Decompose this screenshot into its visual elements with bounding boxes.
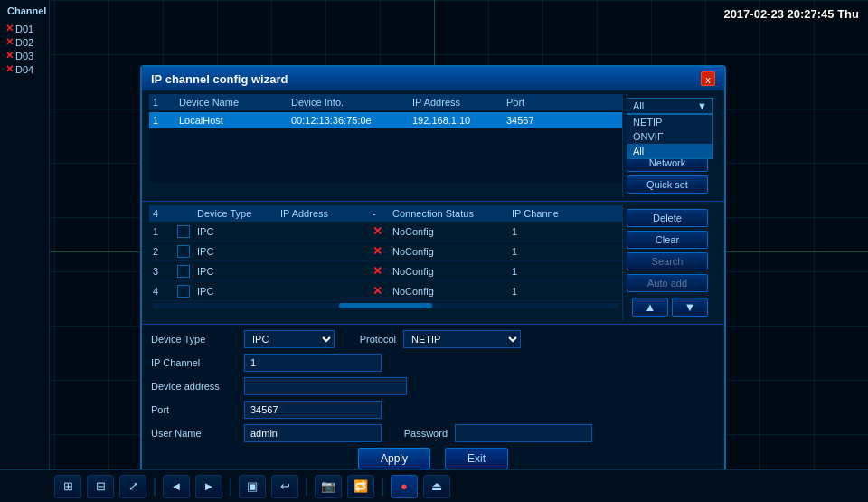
ch-status-1: NoConfig [392,226,510,237]
ch-row-num-3: 3 [153,266,175,277]
taskbar-separator-3 [306,478,307,496]
form-row-type-protocol: Device Type IPC Protocol NETIP [151,330,715,348]
delete-button[interactable]: Delete [627,209,708,227]
channel-label-d01: D01 [15,24,33,34]
ch-channel-4: 1 [512,286,584,297]
device-address-input[interactable] [244,377,407,395]
device-ip: 192.168.1.10 [412,115,503,126]
dialog-title-bar: IP channel config wizard x [142,67,724,90]
sidebar-item-d01: ✕ D01 [4,22,45,35]
sidebar: Channel ✕ D01 ✕ D02 ✕ D03 ✕ D04 [0,0,50,502]
col-device-info: Device Info. [291,97,409,108]
device-type-select[interactable]: IPC [244,330,335,348]
sidebar-item-d02: ✕ D02 [4,35,45,49]
filter-option-netip[interactable]: NETIP [627,115,712,129]
channel-row-2[interactable]: 2 IPC ✕ NoConfig 1 [149,242,622,261]
taskbar-btn-back[interactable]: ◄ [163,475,190,498]
filter-current: All [633,100,644,111]
filter-dropdown-menu: NETIP ONVIF All [627,114,713,159]
device-num: 1 [153,115,175,126]
ch-row-num-4: 4 [153,286,175,297]
port-input[interactable] [244,401,382,419]
taskbar-btn-record[interactable]: ● [391,475,418,498]
ch-checkbox-3[interactable] [177,265,190,278]
col-extra [564,97,618,108]
password-input[interactable] [455,424,592,442]
dialog-title: IP channel config wizard [151,72,288,86]
channel-x-d01: ✕ [5,23,14,34]
ch-channel-1: 1 [512,226,584,237]
ch-status-2: NoConfig [392,246,510,257]
ch-row-num-2: 2 [153,246,175,257]
filter-option-onvif[interactable]: ONVIF [627,129,712,144]
sidebar-item-d04: ✕ D04 [4,62,45,76]
taskbar-btn-playback[interactable]: ↩ [271,475,298,498]
channel-x-d02: ✕ [5,36,14,48]
password-label: Password [389,428,448,439]
scroll-down-button[interactable]: ▼ [672,298,708,317]
sidebar-item-d03: ✕ D03 [4,49,45,62]
scroll-bar[interactable] [153,303,618,308]
datetime-display: 2017-02-23 20:27:45 Thu [723,7,859,21]
taskbar-btn-ptz[interactable]: 🔁 [347,475,374,498]
device-info: 00:12:13:36:75:0e [291,115,409,126]
filter-dropdown[interactable]: All ▼ [627,98,713,114]
taskbar-btn-camera[interactable]: 📷 [315,475,342,498]
autoadd-button[interactable]: Auto add [627,274,708,292]
quickset-button[interactable]: Quick set [627,175,708,194]
exit-button[interactable]: Exit [445,448,508,469]
filter-option-all[interactable]: All [627,144,712,158]
scroll-thumb [339,303,432,308]
channel-label-d03: D03 [15,51,33,62]
channel-row-4[interactable]: 4 IPC ✕ NoConfig 1 [149,281,622,301]
channel-label-d04: D04 [15,64,33,75]
col-device-name: Device Name [179,97,288,108]
ch-col-status: Connection Status [392,208,510,219]
dropdown-arrow-icon: ▼ [697,100,707,111]
device-row-1[interactable]: 1 LocalHost 00:12:13:36:75:0e 192.168.1.… [149,112,622,128]
ch-status-x-1: ✕ [373,224,391,238]
taskbar-btn-layout[interactable]: ⊟ [87,475,114,498]
ch-checkbox-4[interactable] [177,285,190,298]
form-row-port: Port [151,401,715,419]
channel-x-d04: ✕ [5,63,14,75]
ip-channel-label: IP Channel [151,357,237,368]
ch-status-3: NoConfig [392,266,510,277]
ch-type-1: IPC [197,226,278,237]
device-port: 34567 [506,115,561,126]
taskbar-btn-eject[interactable]: ⏏ [423,475,450,498]
ch-status-x-3: ✕ [373,264,391,278]
clear-button[interactable]: Clear [627,231,708,249]
taskbar-btn-fullscreen[interactable]: ⤢ [119,475,146,498]
channel-row-1[interactable]: 1 IPC ✕ NoConfig 1 [149,222,622,242]
protocol-select[interactable]: NETIP [403,330,521,348]
device-table-header: 1 Device Name Device Info. IP Address Po… [149,94,622,110]
ch-checkbox-2[interactable] [177,245,190,258]
protocol-label: Protocol [342,334,396,345]
form-row-ip-channel: IP Channel [151,354,715,372]
taskbar-separator-2 [230,478,231,496]
username-input[interactable] [244,424,382,442]
taskbar-btn-menu[interactable]: ⊞ [54,475,81,498]
ch-status-4: NoConfig [392,286,510,297]
ch-checkbox-1[interactable] [177,225,190,238]
device-address-label: Device address [151,381,237,392]
ch-col-dash: - [373,208,391,219]
device-name: LocalHost [179,115,288,126]
dialog-close-button[interactable]: x [701,71,715,86]
taskbar-btn-forward[interactable]: ► [195,475,222,498]
ch-col-ip: IP Address [280,208,371,219]
username-label: User Name [151,428,237,439]
taskbar-btn-display[interactable]: ▣ [239,475,266,498]
device-config-form: Device Type IPC Protocol NETIP IP Channe… [142,325,724,475]
channel-row-3[interactable]: 3 IPC ✕ NoConfig 1 [149,261,622,281]
taskbar: ⊞ ⊟ ⤢ ◄ ► ▣ ↩ 📷 🔁 ● ⏏ [0,469,868,502]
channel-label-d02: D02 [15,37,33,48]
ip-channel-input[interactable] [244,354,382,372]
channel-x-d03: ✕ [5,50,14,62]
channel-table-header: 4 Device Type IP Address - Connection St… [149,205,622,222]
ch-type-4: IPC [197,286,278,297]
scroll-up-button[interactable]: ▲ [632,298,668,317]
apply-button[interactable]: Apply [358,448,430,469]
search-button[interactable]: Search [627,252,708,270]
